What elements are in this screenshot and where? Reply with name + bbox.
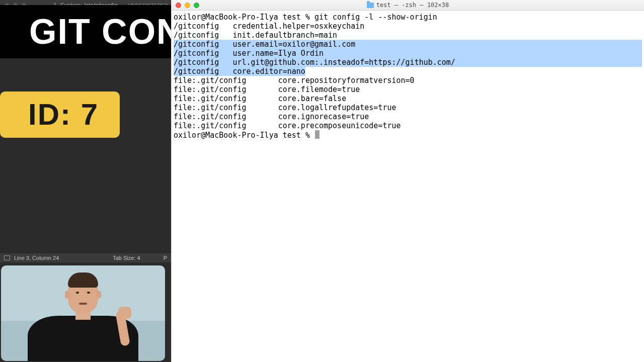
status-panel-icon[interactable] — [4, 255, 10, 260]
terminal-window: test — -zsh — 102×38 oxilor@MacBook-Pro-… — [171, 0, 644, 362]
terminal-output-line: file:.git/config core.filemode=true — [174, 85, 642, 94]
status-syntax[interactable]: P — [164, 255, 167, 261]
status-cursor-position[interactable]: Line 3, Column 24 — [14, 255, 59, 261]
terminal-title-text: test — -zsh — 102×38 — [376, 2, 449, 9]
terminal-output-line: file:.git/config core.ignorecase=true — [174, 112, 642, 121]
video-id-text: ID: 7 — [28, 98, 99, 131]
editor-statusbar: Line 3, Column 24 Tab Size: 4 P — [0, 253, 171, 262]
video-id-badge: ID: 7 — [0, 92, 120, 138]
terminal-output-line: file:.git/config core.bare=false — [174, 94, 642, 103]
status-tab-size[interactable]: Tab Size: 4 — [113, 255, 140, 261]
terminal-cursor-icon — [315, 130, 319, 139]
terminal-title-group: test — -zsh — 102×38 — [172, 2, 644, 9]
terminal-output-line: file:.git/config core.logallrefupdates=t… — [174, 103, 642, 112]
presenter-figure — [23, 276, 143, 361]
terminal-output-line: /gitconfig init.defaultbranch=main — [174, 31, 642, 40]
terminal-command-line: oxilor@MacBook-Pro-Ilya test % git confi… — [174, 13, 642, 22]
terminal-output-line: file:.git/config core.precomposeunicode=… — [174, 121, 642, 130]
terminal-titlebar: test — -zsh — 102×38 — [172, 0, 644, 11]
terminal-output-line: file:.git/config core.repositoryformatve… — [174, 76, 642, 85]
terminal-output-line-highlighted: /gitconfig user.name=Ilya Ordin — [174, 49, 642, 58]
terminal-output-line: /gitconfig credential.helper=osxkeychain — [174, 22, 642, 31]
terminal-body[interactable]: oxilor@MacBook-Pro-Ilya test % git confi… — [172, 11, 644, 141]
terminal-output-line-highlighted: /gitconfig url.git@github.com:.insteadof… — [174, 58, 642, 67]
terminal-output-line-highlighted: /gitconfig user.email=oxilor@gmail.com — [174, 40, 642, 49]
terminal-output-line-highlighted: /gitconfig core.editor=nano — [174, 67, 642, 76]
webcam-overlay — [1, 265, 165, 361]
folder-icon — [367, 3, 374, 8]
terminal-prompt-line[interactable]: oxilor@MacBook-Pro-Ilya test % — [174, 130, 642, 139]
